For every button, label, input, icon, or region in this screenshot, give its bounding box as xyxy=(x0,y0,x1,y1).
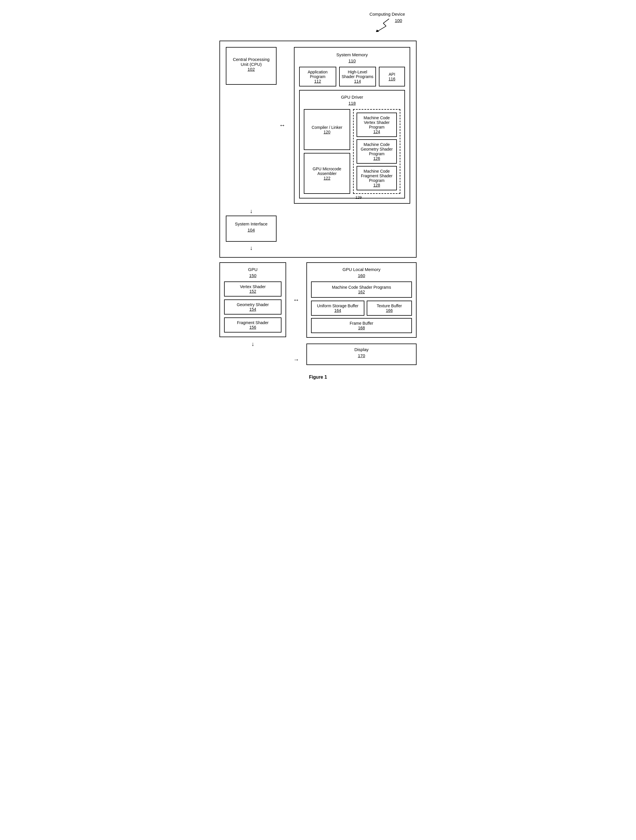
cpu-ref: 102 xyxy=(247,67,255,72)
api-box: API 116 xyxy=(379,67,405,87)
gpu-mem-middle-row: Uniform Storage Buffer 164 Texture Buffe… xyxy=(311,301,412,316)
system-interface-box: System Interface 104 xyxy=(226,216,277,242)
high-level-shader-title: High-Level Shader Programs xyxy=(342,69,374,79)
vertex-shader-ref: 152 xyxy=(249,289,256,294)
mc-fragment-title: Machine Code Fragment Shader Program xyxy=(359,169,395,183)
mc-vertex-box: Machine Code Vertex Shader Program 124 xyxy=(357,112,397,137)
gpu-driver-ref: 118 xyxy=(304,101,400,106)
gpu-mem-arrow-icon: ↔ xyxy=(293,296,299,304)
frame-buffer-ref: 168 xyxy=(358,325,365,330)
system-memory-ref: 110 xyxy=(299,58,405,63)
mc-fragment-box: Machine Code Fragment Shader Program 128 xyxy=(357,166,397,190)
cpu-title: Central Processing Unit (CPU) xyxy=(230,57,272,67)
mc-shader-programs-title: Machine Code Shader Programs xyxy=(332,285,391,290)
uniform-storage-buffer-ref: 164 xyxy=(334,308,341,313)
mc-geometry-ref: 126 xyxy=(373,156,380,161)
mc-geometry-title: Machine Code Geometry Shader Program xyxy=(359,142,395,156)
system-interface-title: System Interface xyxy=(235,221,268,226)
mc-geometry-box: Machine Code Geometry Shader Program 126 xyxy=(357,139,397,164)
machine-code-dashed-box: Machine Code Vertex Shader Program 124 M… xyxy=(353,109,400,194)
svg-line-0 xyxy=(383,19,389,23)
mc-vertex-title: Machine Code Vertex Shader Program xyxy=(359,115,395,129)
high-level-shader-box: High-Level Shader Programs 114 xyxy=(339,67,376,87)
svg-line-1 xyxy=(383,23,386,26)
mc-fragment-ref: 128 xyxy=(373,183,380,188)
cpu-sysmem-arrow-icon: ↔ xyxy=(279,122,285,128)
mc-shader-programs-box: Machine Code Shader Programs 162 xyxy=(311,281,412,298)
cpu-si-down-arrow-icon: ↓ xyxy=(250,208,253,215)
cpu-box: Central Processing Unit (CPU) 102 xyxy=(226,47,277,85)
gpu-local-memory-box: GPU Local Memory 160 Machine Code Shader… xyxy=(306,262,417,338)
gpu-box: GPU 150 Vertex Shader 152 Geometry Shade… xyxy=(219,262,286,337)
gpu-ref: 150 xyxy=(224,273,282,278)
vertex-shader-box: Vertex Shader 152 xyxy=(224,281,282,297)
api-title: API xyxy=(389,72,395,77)
texture-buffer-ref: 166 xyxy=(386,308,392,313)
fragment-shader-ref: 156 xyxy=(249,325,256,330)
geometry-shader-title: Geometry Shader xyxy=(237,302,269,307)
system-interface-ref: 104 xyxy=(247,227,255,232)
fs-to-display-right-arrow-icon: → xyxy=(293,356,299,363)
fragment-shader-box: Fragment Shader 156 xyxy=(224,317,282,333)
gpu-title: GPU xyxy=(224,267,282,272)
system-memory-box: System Memory 110 Application Program 11… xyxy=(294,47,410,204)
gpu-driver-title: GPU Driver xyxy=(304,95,400,99)
compiler-col: Compiler / Linker 120 GPU Microcode Asse… xyxy=(304,109,350,194)
mc-vertex-ref: 124 xyxy=(373,129,380,134)
geometry-shader-ref: 154 xyxy=(249,307,256,312)
figure-caption: Figure 1 xyxy=(219,374,417,380)
app-program-title: Application Program xyxy=(301,69,334,79)
frame-buffer-box: Frame Buffer 168 xyxy=(311,318,412,333)
high-level-shader-ref: 114 xyxy=(354,79,361,84)
compiler-linker-box: Compiler / Linker 120 xyxy=(304,109,350,150)
gpu-local-memory-ref: 160 xyxy=(311,273,412,278)
sm-top-row: Application Program 112 High-Level Shade… xyxy=(299,67,405,87)
texture-buffer-title: Texture Buffer xyxy=(377,303,402,308)
si-gpu-down-arrow-icon: ↓ xyxy=(250,245,253,251)
app-program-ref: 112 xyxy=(314,79,321,84)
uniform-storage-buffer-title: Uniform Storage Buffer xyxy=(317,303,359,308)
texture-buffer-box: Texture Buffer 166 xyxy=(367,301,412,316)
page: Computing Device 100 Central Processing … xyxy=(208,6,428,397)
uniform-storage-buffer-box: Uniform Storage Buffer 164 xyxy=(311,301,364,316)
compiler-linker-title: Compiler / Linker xyxy=(312,125,342,130)
gpu-microcode-ref: 122 xyxy=(324,176,330,180)
api-ref: 116 xyxy=(389,77,395,81)
mc-shader-programs-ref: 162 xyxy=(358,290,365,294)
gpu-driver-box: GPU Driver 118 Compiler / Linker 120 GPU… xyxy=(299,90,405,199)
geometry-shader-box: Geometry Shader 154 xyxy=(224,300,282,314)
vertex-shader-title: Vertex Shader xyxy=(240,284,266,289)
gpu-microcode-title: GPU Microcode Assembler xyxy=(306,167,348,176)
zigzag-arrow-icon xyxy=(369,17,395,32)
computing-device-title: Computing Device xyxy=(369,12,405,17)
frame-buffer-title: Frame Buffer xyxy=(349,321,373,325)
system-memory-title: System Memory xyxy=(299,52,405,57)
dashed-ref-label: 129 xyxy=(356,195,362,200)
application-program-box: Application Program 112 xyxy=(299,67,336,87)
fragment-shader-title: Fragment Shader xyxy=(237,321,269,325)
compiler-linker-ref: 120 xyxy=(324,130,330,134)
fragment-display-arrow-icon: ↓ xyxy=(251,341,254,347)
display-ref: 170 xyxy=(310,353,413,358)
gpu-driver-inner: Compiler / Linker 120 GPU Microcode Asse… xyxy=(304,109,400,194)
gpu-local-memory-title: GPU Local Memory xyxy=(311,267,412,272)
outer-system-border: Central Processing Unit (CPU) 102 ↔ Syst… xyxy=(219,41,417,257)
svg-line-2 xyxy=(378,26,386,32)
gpu-microcode-box: GPU Microcode Assembler 122 xyxy=(304,153,350,194)
computing-device-ref: 100 xyxy=(395,18,402,23)
display-title: Display xyxy=(310,347,413,352)
display-box: Display 170 xyxy=(306,344,417,365)
